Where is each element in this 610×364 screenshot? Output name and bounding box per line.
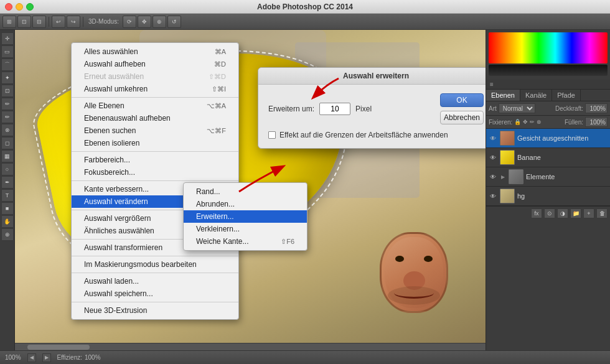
menu-save-selection[interactable]: Auswahl speichern... <box>72 287 238 300</box>
minimize-button[interactable] <box>16 3 23 11</box>
layer-eye-elements[interactable]: 👁 <box>489 172 497 181</box>
blend-mode-select[interactable]: Normal <box>499 103 535 113</box>
add-group-button[interactable]: 📁 <box>570 208 581 218</box>
dialog-ok-button[interactable]: OK <box>440 93 484 107</box>
tab-channels[interactable]: Kanäle <box>520 90 552 101</box>
marquee-tool[interactable]: ▭ <box>1 45 14 58</box>
tab-layers[interactable]: Ebenen <box>486 90 520 101</box>
submenu-feather[interactable]: Weiche Kante... ⇧F6 <box>184 235 307 248</box>
fx-button[interactable]: fx <box>531 208 542 218</box>
tab-paths[interactable]: Pfade <box>552 90 581 101</box>
menu-sep-2 <box>72 151 238 152</box>
dialog-titlebar: Auswahl erweitern <box>258 68 486 85</box>
layer-name-banana: Banane <box>517 154 608 161</box>
type-tool[interactable]: T <box>1 189 14 202</box>
menu-deselect-layers[interactable]: Ebenenauswahl aufheben <box>72 112 238 124</box>
maximize-button[interactable] <box>26 3 34 11</box>
toolbar: ⊞ ⊡ ⊟ ↩ ↪ 3D-Modus: ⟳ ✥ ⊕ ↺ <box>0 14 610 30</box>
submenu-contract[interactable]: Verkleinern... <box>184 223 307 235</box>
lock-icon: 🔒 <box>514 119 521 125</box>
toolbar-btn-5[interactable]: ↪ <box>67 16 80 28</box>
menu-focus-area[interactable]: Fokusbereich... <box>72 166 238 179</box>
status-next-btn[interactable]: ▶ <box>42 353 51 362</box>
dialog-checkbox-row: Effekt auf die Grenzen der Arbeitsfläche… <box>268 131 484 139</box>
dialog-expand-row: Erweitern um: Pixel OK Abbrechen <box>268 93 484 124</box>
layer-item-hg[interactable]: 👁 hg <box>486 187 610 206</box>
delete-layer-button[interactable]: 🗑 <box>596 208 608 218</box>
dodge-tool[interactable]: ○ <box>1 163 14 175</box>
eyedropper-tool[interactable]: ✏ <box>1 98 14 110</box>
modify-submenu: Rand... Abrunden... Erweitern... Verklei… <box>183 182 307 251</box>
menu-isolate-layers[interactable]: Ebenen isolieren <box>72 137 238 149</box>
stamp-tool[interactable]: ⊗ <box>1 124 14 136</box>
mode-label: Art <box>489 105 497 112</box>
select-menu: Alles auswählen ⌘A Auswahl aufheben ⌘D E… <box>71 42 239 320</box>
layer-item-face[interactable]: 👁 Gesicht ausgeschnitten <box>486 129 610 148</box>
3d-roll-btn[interactable]: ↺ <box>167 16 181 28</box>
toolbar-btn-1[interactable]: ⊞ <box>2 16 16 28</box>
brush-icon: ✏ <box>530 119 535 125</box>
layer-eye-banana[interactable]: 👁 <box>489 153 497 162</box>
color-area <box>486 30 610 80</box>
menu-load-selection[interactable]: Auswahl laden... <box>72 275 238 287</box>
menu-all-layers[interactable]: Alle Ebenen ⌥⌘A <box>72 100 238 112</box>
toolbar-btn-4[interactable]: ↩ <box>52 16 65 28</box>
submenu-smooth[interactable]: Abrunden... <box>184 198 307 210</box>
dialog-body: Erweitern um: Pixel OK Abbrechen Effekt … <box>258 85 486 148</box>
lasso-tool[interactable]: ⌒ <box>1 58 14 71</box>
new-layer-button[interactable]: + <box>583 208 594 218</box>
status-bar: 100% ◀ ▶ Effizienz: 100% <box>0 350 610 364</box>
menu-invert[interactable]: Auswahl umkehren ⇧⌘I <box>72 83 238 95</box>
zoom-tool[interactable]: ⊕ <box>1 228 14 241</box>
layer-eye-face[interactable]: 👁 <box>489 134 497 142</box>
move-tool[interactable]: ✛ <box>1 32 14 45</box>
add-mask-button[interactable]: ⊙ <box>544 208 555 218</box>
fill-label: Füllen: <box>565 119 583 126</box>
layer-eye-hg[interactable]: 👁 <box>489 192 497 200</box>
shape-tool[interactable]: ■ <box>1 202 14 215</box>
menu-3d-extrusion[interactable]: Neue 3D-Extrusion <box>72 304 238 317</box>
wand-tool[interactable]: ✦ <box>1 72 14 84</box>
submenu-expand[interactable]: Erweitern... <box>184 210 307 223</box>
menu-deselect[interactable]: Auswahl aufheben ⌘D <box>72 58 238 70</box>
hand-tool[interactable]: ✋ <box>1 215 14 228</box>
panel-header: ≡ <box>486 80 610 90</box>
status-prev-btn[interactable]: ◀ <box>27 353 36 362</box>
dialog-unit-label: Pixel <box>355 105 372 113</box>
gradient-tool[interactable]: ▦ <box>1 150 14 162</box>
color-spectrum[interactable] <box>489 32 608 63</box>
dialog-expand-input[interactable] <box>319 103 350 115</box>
eraser-tool[interactable]: ◻ <box>1 137 14 149</box>
all-icon: ⊗ <box>537 119 542 125</box>
layer-item-elements[interactable]: 👁 ▶ Elemente <box>486 167 610 187</box>
layer-item-banana[interactable]: 👁 Banane <box>486 148 610 167</box>
dialog-cancel-button[interactable]: Abbrechen <box>440 111 484 124</box>
fill-input[interactable] <box>585 117 608 127</box>
layer-name-elements: Elemente <box>526 173 608 180</box>
app-title: Adobe Photoshop CC 2014 <box>257 2 353 11</box>
add-adjustment-button[interactable]: ◑ <box>557 208 568 218</box>
menu-sep-6 <box>72 256 238 256</box>
toolbar-btn-2[interactable]: ⊡ <box>17 16 31 28</box>
opacity-input[interactable] <box>585 103 608 113</box>
main-area: ✛ ▭ ⌒ ✦ ⊡ ✏ ✏ ⊗ ◻ ▦ ○ ✒ T ■ ✋ ⊕ <box>0 30 610 350</box>
crop-tool[interactable]: ⊡ <box>1 85 14 97</box>
dark-color-bar[interactable] <box>489 65 608 76</box>
menu-color-range[interactable]: Farbbereich... <box>72 154 238 166</box>
pen-tool[interactable]: ✒ <box>1 176 14 189</box>
menu-quick-mask[interactable]: Im Maskierungsmodus bearbeiten <box>72 258 238 271</box>
canvas-area: Alles auswählen ⌘A Auswahl aufheben ⌘D E… <box>15 30 486 350</box>
dialog-checkbox[interactable] <box>268 131 276 139</box>
close-button[interactable] <box>5 3 12 11</box>
toolbar-btn-3[interactable]: ⊟ <box>32 16 46 28</box>
3d-zoom-btn[interactable]: ⊕ <box>152 16 166 28</box>
layers-fill-row: Fixieren: 🔒 ✥ ✏ ⊗ Füllen: <box>486 116 610 129</box>
layer-name-face: Gesicht ausgeschnitten <box>517 134 608 142</box>
submenu-border[interactable]: Rand... <box>184 185 307 198</box>
menu-find-layers[interactable]: Ebenen suchen ⌥⌘F <box>72 124 238 137</box>
dialog-checkbox-label: Effekt auf die Grenzen der Arbeitsfläche… <box>279 131 448 139</box>
brush-tool[interactable]: ✏ <box>1 111 14 123</box>
3d-rotate-btn[interactable]: ⟳ <box>123 16 136 28</box>
menu-select-all[interactable]: Alles auswählen ⌘A <box>72 45 238 58</box>
3d-pan-btn[interactable]: ✥ <box>138 16 151 28</box>
